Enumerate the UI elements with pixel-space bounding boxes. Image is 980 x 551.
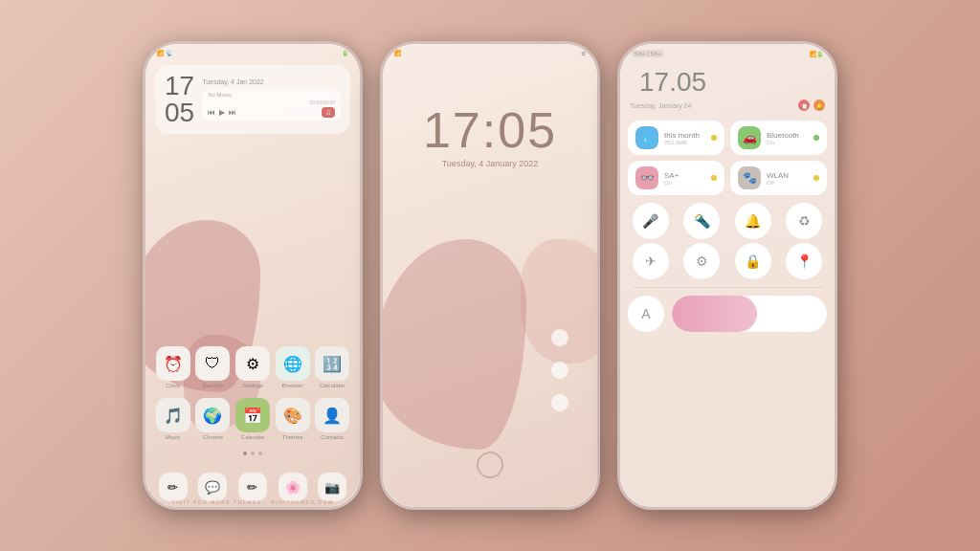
cc-btn-location[interactable]: 📍	[786, 243, 822, 279]
cc-btn-send[interactable]: ✈	[633, 243, 669, 279]
music-time: 00:00/00:00	[208, 99, 335, 105]
bottom-dock: ✏ 💬 ✏ 🌸 📷	[153, 473, 352, 501]
dock-icon-5[interactable]: 📷	[318, 473, 346, 501]
toggle-data-value: 762.3MB	[664, 140, 705, 145]
cc-a-button[interactable]: A	[628, 296, 664, 332]
app-calendar[interactable]: 📅 Calendar	[235, 398, 270, 440]
phone-1-homescreen: 📶📡 🔋 17 05 Tuesday, 4 Jan 2022	[143, 41, 363, 510]
toggle-sa-value: On	[664, 180, 705, 186]
status-icons-left-2: 📶	[394, 50, 401, 56]
status-bar-1: 📶📡 🔋	[145, 44, 360, 58]
toggle-dot-3	[711, 175, 717, 181]
app-chrome[interactable]: 🌍 Chrome	[195, 398, 230, 440]
lock-time: 17:05	[383, 101, 597, 159]
status-icons-right-2: ⚙	[581, 50, 586, 56]
toggle-bluetooth[interactable]: 🚗 Bluetooth On	[730, 121, 827, 155]
music-player[interactable]: No Music 00:00/00:00 ⏮ ▶ ⏭ ♫	[202, 89, 341, 121]
cc-buttons-row1: 🎤 🔦 🔔 ♻	[620, 199, 835, 243]
toggle-wlan-title: WLAN	[767, 171, 808, 180]
cc-header: 17.05	[620, 59, 835, 99]
status-icons-right-3: 📶🔋	[810, 51, 823, 57]
app-music[interactable]: 🎵 Music	[156, 398, 190, 440]
toggle-sa-info: SA+ On	[664, 171, 705, 186]
lock-date: Tuesday, 4 January 2022	[383, 159, 597, 168]
bluetooth-icon: 🚗	[738, 126, 761, 149]
cc-icon-orange: 🔔	[813, 99, 825, 111]
cc-btn-mic[interactable]: 🎤	[633, 203, 669, 239]
clock-date: Tuesday, 4 Jan 2022	[202, 78, 341, 85]
cc-btn-bell[interactable]: 🔔	[735, 203, 771, 239]
data-icon: 💧	[635, 126, 658, 149]
dock-icon-4[interactable]: 🌸	[278, 473, 307, 501]
app-row-2: 🎵 Music 🌍 Chrome 📅 Calendar 🎨	[153, 398, 352, 440]
app-browser[interactable]: 🌐 Browser	[276, 346, 310, 388]
lock-dot-2	[551, 362, 568, 379]
cc-buttons-row2: ✈ ⚙ 🔒 📍	[620, 243, 835, 283]
status-bar-2: 📶 ⚙	[383, 44, 597, 58]
cc-icon-red: 📋	[798, 99, 810, 111]
cc-btn-flashlight[interactable]: 🔦	[683, 203, 720, 239]
cc-btn-lock[interactable]: 🔒	[735, 243, 771, 279]
lock-blob-1	[383, 239, 526, 450]
page-dots	[145, 452, 360, 455]
clock-time: 17 05	[165, 73, 194, 126]
lock-dots	[551, 329, 568, 411]
cc-date: Tuesday, January 04 📋 🔔	[620, 99, 835, 117]
toggle-wlan[interactable]: 🐾 WLAN Off	[730, 161, 827, 195]
status-icons-right: 🔋	[342, 50, 348, 56]
toggle-data[interactable]: 💧 this month 762.3MB	[628, 121, 724, 155]
cc-date-icons: 📋 🔔	[798, 99, 825, 111]
toggle-sa[interactable]: 👓 SA+ On	[628, 161, 724, 195]
toggle-bt-info: Bluetooth On	[767, 131, 808, 145]
status-bar-3: SA+ | SA+ 📶🔋	[620, 44, 835, 59]
prev-button[interactable]: ⏮	[208, 108, 215, 117]
lock-dot-1	[551, 329, 568, 346]
toggle-dot-1	[711, 135, 717, 141]
dock-icon-2[interactable]: 💬	[198, 473, 227, 501]
app-row-1: ⏰ Clock 🛡 Security ⚙ Settings 🌐	[153, 346, 352, 388]
app-settings[interactable]: ⚙ Settings	[235, 346, 270, 388]
watermark: VISIT FOR MORE THEMES - MIUITHEMER.COM	[145, 499, 360, 505]
app-security[interactable]: 🛡 Security	[195, 346, 230, 388]
music-title: No Music	[208, 92, 335, 98]
cc-bottom: A	[620, 292, 835, 336]
toggle-sa-title: SA+	[664, 171, 705, 180]
toggle-bt-value: On	[767, 140, 808, 145]
toggle-data-title: this month	[664, 131, 705, 140]
app-themes[interactable]: 🎨 Themes	[276, 398, 310, 440]
music-note-icon: ♫	[322, 107, 335, 118]
cc-btn-settings[interactable]: ⚙	[683, 243, 720, 279]
toggle-dot-2	[813, 135, 819, 141]
home-button[interactable]	[477, 452, 503, 478]
lock-dot-3	[551, 394, 568, 411]
app-clock[interactable]: ⏰ Clock	[156, 346, 190, 388]
toggle-dot-4	[813, 175, 819, 181]
cc-divider	[632, 287, 823, 288]
app-contacts[interactable]: 👤 Contacts	[315, 398, 349, 440]
phones-container: 📶📡 🔋 17 05 Tuesday, 4 Jan 2022	[123, 22, 857, 529]
play-button[interactable]: ▶	[219, 108, 225, 117]
phone-3-controlcenter: SA+ | SA+ 📶🔋 17.05 Tuesday, January 04 📋…	[617, 41, 837, 510]
clock-widget: 17 05 Tuesday, 4 Jan 2022 No Music 00:00…	[155, 65, 350, 134]
brightness-bar[interactable]	[672, 296, 827, 332]
page-dot-3	[258, 452, 262, 455]
brightness-fill	[672, 296, 757, 332]
toggle-bt-title: Bluetooth	[767, 131, 808, 140]
app-calculator[interactable]: 🔢 Calculator	[315, 346, 349, 388]
network-badge: SA+ | SA+	[632, 50, 664, 57]
toggle-wlan-value: Off	[767, 180, 808, 186]
dock-icon-3[interactable]: ✏	[238, 473, 267, 501]
toggle-data-info: this month 762.3MB	[664, 131, 705, 145]
sa-icon: 👓	[635, 166, 658, 189]
wlan-icon: 🐾	[738, 166, 761, 189]
page-dot-1	[243, 452, 247, 455]
cc-toggles: 💧 this month 762.3MB 🚗 Bluetooth	[620, 117, 835, 199]
cc-time: 17.05	[630, 65, 716, 98]
app-grid: ⏰ Clock 🛡 Security ⚙ Settings 🌐	[153, 346, 352, 450]
page-dot-2	[251, 452, 255, 455]
phone-2-lockscreen: 📶 ⚙ 17:05 Tuesday, 4 January 2022	[380, 41, 600, 510]
cc-btn-rotate[interactable]: ♻	[786, 203, 822, 239]
dock-icon-1[interactable]: ✏	[159, 473, 188, 501]
music-controls: ⏮ ▶ ⏭ ♫	[208, 107, 335, 118]
next-button[interactable]: ⏭	[229, 108, 236, 117]
